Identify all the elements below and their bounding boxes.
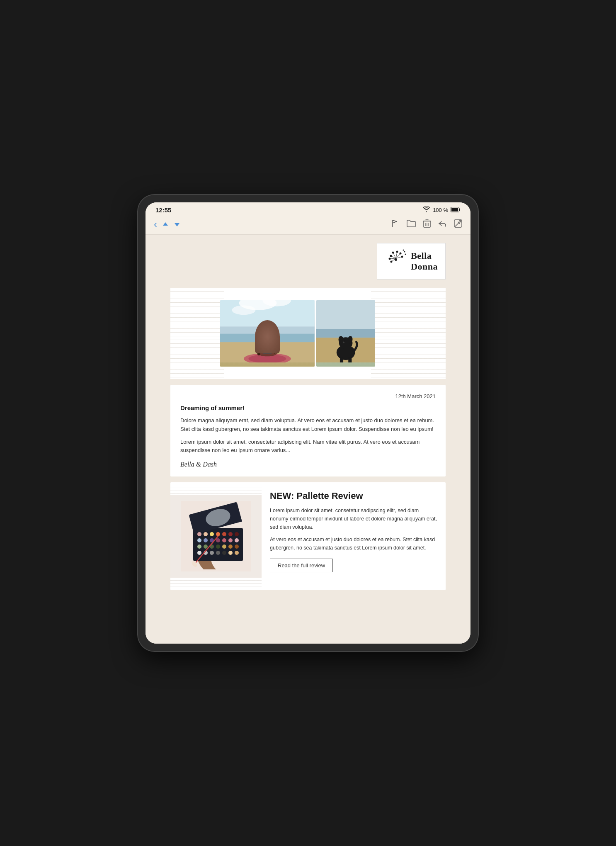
compose-icon[interactable] bbox=[454, 219, 462, 229]
beach-woman-image bbox=[220, 300, 315, 367]
review-body-2: At vero eos et accusam et justo duo dolo… bbox=[270, 535, 437, 552]
svg-point-50 bbox=[197, 532, 201, 536]
svg-point-61 bbox=[222, 538, 226, 542]
review-section: NEW: Pallette Review Lorem ipsum dolor s… bbox=[170, 482, 446, 590]
svg-point-74 bbox=[216, 551, 220, 555]
hero-image-secondary bbox=[316, 300, 375, 367]
svg-point-58 bbox=[204, 538, 208, 542]
hero-section bbox=[170, 288, 446, 379]
svg-point-70 bbox=[235, 545, 239, 549]
toolbar-left: ‹ bbox=[154, 219, 391, 230]
logo-box: Bella Donna bbox=[377, 243, 446, 280]
svg-point-60 bbox=[216, 538, 220, 542]
svg-point-34 bbox=[257, 349, 278, 356]
svg-point-62 bbox=[228, 538, 233, 542]
ipad-frame: 12:55 100 % bbox=[138, 195, 478, 651]
reply-icon[interactable] bbox=[438, 220, 446, 229]
review-content-column: NEW: Pallette Review Lorem ipsum dolor s… bbox=[262, 482, 446, 590]
svg-rect-35 bbox=[262, 343, 273, 353]
review-lines-top bbox=[170, 482, 262, 495]
read-full-review-button[interactable]: Read the full review bbox=[270, 559, 333, 572]
svg-point-17 bbox=[400, 253, 402, 255]
svg-point-55 bbox=[228, 532, 233, 536]
svg-point-16 bbox=[396, 251, 398, 253]
status-bar: 12:55 100 % bbox=[146, 202, 470, 216]
text-lines-right bbox=[371, 288, 446, 379]
svg-point-69 bbox=[228, 545, 233, 549]
svg-point-56 bbox=[235, 532, 239, 536]
svg-point-22 bbox=[404, 251, 405, 253]
toolbar-right bbox=[391, 219, 462, 229]
logo-line2: Donna bbox=[411, 261, 438, 272]
svg-point-29 bbox=[232, 305, 255, 315]
svg-point-65 bbox=[204, 545, 208, 549]
svg-point-71 bbox=[197, 551, 201, 555]
svg-rect-1 bbox=[451, 208, 458, 212]
review-lines-bottom bbox=[170, 578, 262, 590]
back-button[interactable]: ‹ bbox=[154, 219, 157, 230]
review-image-column bbox=[170, 482, 262, 590]
article-card: 12th March 2021 Dreaming of summer! Dolo… bbox=[170, 385, 446, 476]
nav-down-button[interactable] bbox=[174, 220, 180, 229]
nav-up-button[interactable] bbox=[162, 220, 169, 229]
hero-image-main bbox=[220, 300, 315, 367]
svg-point-67 bbox=[216, 545, 220, 549]
svg-point-51 bbox=[204, 532, 208, 536]
article-body-1: Dolore magna aliquyam erat, sed diam vol… bbox=[180, 416, 436, 434]
battery-percent: 100 % bbox=[433, 207, 448, 213]
ipad-screen: 12:55 100 % bbox=[146, 202, 470, 644]
svg-point-36 bbox=[262, 336, 273, 345]
svg-point-53 bbox=[216, 532, 220, 536]
logo-flowers-decoration bbox=[385, 248, 407, 274]
logo-area: Bella Donna bbox=[146, 235, 470, 284]
review-body-1: Lorem ipsum dolor sit amet, consetetur s… bbox=[270, 506, 437, 531]
content-area[interactable]: Bella Donna bbox=[146, 235, 470, 644]
svg-rect-46 bbox=[348, 357, 352, 362]
article-signature: Bella & Dash bbox=[180, 461, 436, 468]
wifi-icon bbox=[423, 207, 430, 214]
svg-rect-37 bbox=[316, 300, 375, 331]
svg-point-23 bbox=[405, 254, 406, 255]
logo-line1: Bella bbox=[411, 250, 438, 261]
svg-point-54 bbox=[222, 532, 226, 536]
article-title: Dreaming of summer! bbox=[180, 404, 436, 411]
logo-text: Bella Donna bbox=[411, 250, 438, 272]
trash-icon[interactable] bbox=[423, 219, 431, 229]
toolbar: ‹ bbox=[146, 216, 470, 235]
review-title: NEW: Pallette Review bbox=[270, 491, 437, 501]
svg-point-7 bbox=[395, 258, 397, 261]
svg-point-18 bbox=[401, 256, 403, 258]
article-date: 12th March 2021 bbox=[180, 393, 436, 399]
svg-point-44 bbox=[343, 341, 344, 343]
svg-point-77 bbox=[235, 551, 239, 555]
svg-point-52 bbox=[210, 532, 214, 536]
hero-images bbox=[220, 300, 375, 367]
svg-point-64 bbox=[197, 545, 201, 549]
svg-point-68 bbox=[222, 545, 226, 549]
text-lines-left bbox=[170, 288, 224, 379]
svg-point-63 bbox=[235, 538, 239, 542]
svg-rect-45 bbox=[340, 357, 343, 362]
folder-icon[interactable] bbox=[407, 220, 416, 229]
svg-point-57 bbox=[197, 538, 201, 542]
svg-point-15 bbox=[392, 252, 394, 254]
battery-icon bbox=[451, 207, 461, 214]
svg-point-24 bbox=[403, 250, 404, 251]
svg-rect-31 bbox=[220, 334, 315, 342]
svg-point-19 bbox=[390, 255, 392, 257]
svg-point-73 bbox=[210, 551, 214, 555]
makeup-palette-image bbox=[170, 495, 262, 578]
beach-dog-image bbox=[316, 300, 375, 367]
status-time: 12:55 bbox=[155, 207, 171, 214]
svg-point-75 bbox=[222, 551, 226, 555]
svg-point-76 bbox=[228, 551, 233, 555]
svg-rect-38 bbox=[316, 329, 375, 338]
svg-point-20 bbox=[389, 258, 391, 260]
article-body-2: Lorem ipsum dolor sit amet, consectetur … bbox=[180, 438, 436, 455]
flag-icon[interactable] bbox=[391, 219, 399, 229]
svg-point-21 bbox=[390, 261, 393, 263]
status-icons: 100 % bbox=[423, 207, 461, 214]
